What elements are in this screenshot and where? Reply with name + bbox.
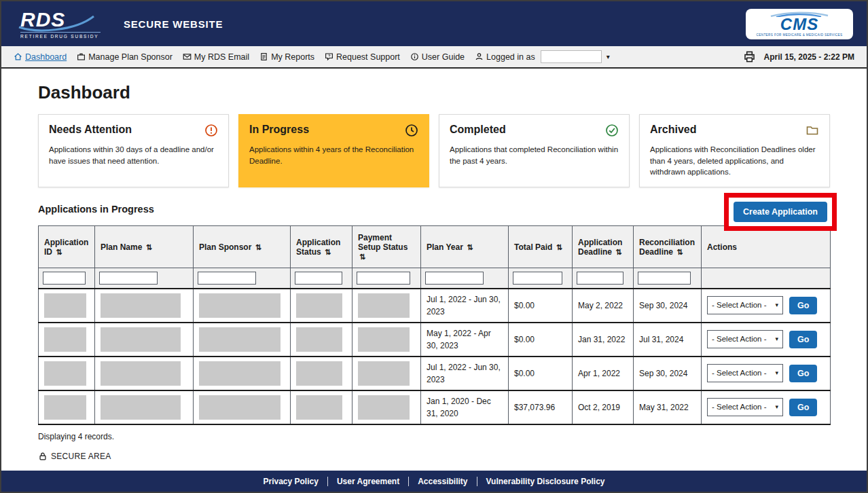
column-header-reconciliation-deadline[interactable]: Reconciliation Deadline ⇅	[634, 226, 702, 268]
column-header-plan-name[interactable]: Plan Name ⇅	[95, 226, 194, 268]
plan-year-cell: Jul 1, 2022 - Jun 30, 2023	[421, 289, 509, 323]
nav-item-manage-plan-sponsor[interactable]: Manage Plan Sponsor	[77, 52, 173, 62]
filter-reconciliation-deadline-input[interactable]	[638, 272, 691, 285]
nav-item-logged-in-as: Logged in as ▾	[475, 50, 610, 63]
secure-area-label: SECURE AREA	[51, 452, 111, 461]
reports-icon	[259, 52, 268, 61]
column-label: Plan Sponsor	[199, 242, 251, 252]
section-title: Applications in Progress	[38, 204, 154, 215]
actions-cell: - Select Action - ▾ Go	[707, 398, 825, 416]
column-header-payment-setup-status[interactable]: Payment Setup Status ⇅	[352, 226, 421, 268]
nav-item-dashboard[interactable]: Dashboard	[14, 52, 67, 62]
action-select-label: - Select Action -	[712, 401, 767, 413]
nav-item-request-support[interactable]: Request Support	[325, 52, 400, 62]
card-completed[interactable]: Completed Applications that completed Re…	[439, 114, 630, 187]
footer-link-privacy-policy[interactable]: Privacy Policy	[255, 477, 327, 486]
column-label: Payment Setup Status	[358, 233, 408, 252]
action-select[interactable]: - Select Action - ▾	[707, 330, 783, 348]
chevron-down-icon: ▾	[775, 335, 778, 344]
redacted-application-status	[296, 361, 342, 386]
redacted-plan-sponsor	[199, 327, 281, 352]
envelope-icon	[183, 52, 192, 61]
action-select[interactable]: - Select Action - ▾	[707, 296, 783, 314]
application-deadline-cell: Apr 1, 2022	[573, 357, 634, 390]
actions-cell: - Select Action - ▾ Go	[707, 296, 825, 314]
card-needs-attention[interactable]: Needs Attention Applications within 30 d…	[38, 114, 229, 187]
footer-link-accessibility[interactable]: Accessibility	[408, 477, 476, 486]
nav-item-my-rds-email[interactable]: My RDS Email	[183, 52, 249, 62]
column-header-application-status[interactable]: Application Status ⇅	[291, 226, 352, 268]
total-paid-cell: $0.00	[509, 289, 573, 323]
filter-plan-sponsor-input[interactable]	[198, 272, 256, 285]
redacted-application-status	[296, 293, 342, 318]
sort-icon: ⇅	[146, 243, 152, 251]
column-label: Total Paid	[514, 242, 552, 252]
support-icon	[325, 52, 333, 61]
redacted-plan-sponsor	[199, 361, 281, 386]
go-button[interactable]: Go	[789, 331, 817, 348]
filter-total-paid-input[interactable]	[513, 272, 562, 285]
print-icon[interactable]	[743, 50, 756, 63]
card-archived[interactable]: Archived Applications with Reconciliatio…	[639, 114, 830, 187]
redacted-payment-setup-status	[358, 293, 410, 318]
redacted-payment-setup-status	[358, 327, 410, 352]
go-button[interactable]: Go	[789, 365, 817, 382]
redacted-application-id	[44, 395, 86, 420]
person-icon	[475, 52, 484, 61]
logged-in-user-select[interactable]	[541, 50, 602, 63]
sort-icon: ⇅	[56, 248, 62, 256]
current-datetime: April 15, 2025 - 2:22 PM	[764, 52, 854, 62]
column-header-actions: Actions	[702, 226, 831, 268]
filter-application-deadline-input[interactable]	[577, 272, 623, 285]
column-header-total-paid[interactable]: Total Paid ⇅	[509, 226, 573, 268]
alert-icon	[204, 124, 218, 137]
total-paid-cell: $0.00	[509, 323, 573, 357]
filter-application-id-input[interactable]	[43, 272, 86, 285]
plan-sponsor-icon	[77, 52, 86, 61]
create-application-button[interactable]: Create Application	[734, 202, 827, 222]
column-label: Reconciliation Deadline	[639, 238, 695, 257]
cms-logo-text: CMS	[780, 17, 818, 32]
redacted-plan-name	[101, 293, 181, 318]
column-header-plan-sponsor[interactable]: Plan Sponsor ⇅	[194, 226, 291, 268]
card-description: Applications within 30 days of a deadlin…	[49, 144, 218, 166]
applications-table: Application ID ⇅ Plan Name ⇅ Plan Sponso…	[38, 225, 831, 425]
card-title: Completed	[450, 124, 506, 136]
sort-icon: ⇅	[615, 248, 621, 256]
nav-label: Logged in as	[486, 52, 535, 62]
redacted-application-id	[44, 361, 86, 386]
filter-plan-year-input[interactable]	[425, 272, 484, 285]
card-description: Applications that completed Reconciliati…	[450, 144, 619, 166]
filter-payment-setup-status-input[interactable]	[357, 272, 410, 285]
column-header-plan-year[interactable]: Plan Year ⇅	[421, 226, 509, 268]
reconciliation-deadline-cell: Jul 31, 2024	[634, 323, 702, 357]
action-select-label: - Select Action -	[712, 299, 767, 311]
nav-item-user-guide[interactable]: User Guide	[410, 52, 465, 62]
go-button[interactable]: Go	[789, 399, 817, 416]
table-filter-row	[39, 268, 831, 289]
table-row: Jul 1, 2022 - Jun 30, 2023 $0.00 May 2, …	[39, 289, 831, 323]
redacted-application-id	[44, 293, 86, 318]
application-deadline-cell: Oct 2, 2019	[573, 390, 634, 424]
column-header-application-id[interactable]: Application ID ⇅	[39, 226, 95, 268]
nav-label: Manage Plan Sponsor	[88, 52, 173, 62]
table-row: Jan 1, 2020 - Dec 31, 2020 $37,073.96 Oc…	[39, 390, 831, 424]
go-button[interactable]: Go	[789, 297, 817, 314]
nav-label: User Guide	[422, 52, 465, 62]
card-in-progress[interactable]: In Progress Applications within 4 years …	[238, 114, 429, 187]
action-select[interactable]: - Select Action - ▾	[707, 364, 783, 382]
footer-link-vulnerability-disclosure-policy[interactable]: Vulnerability Disclosure Policy	[477, 477, 614, 486]
check-circle-icon	[605, 124, 619, 137]
sort-icon: ⇅	[255, 243, 261, 251]
nav-item-my-reports[interactable]: My Reports	[259, 52, 314, 62]
filter-plan-name-input[interactable]	[99, 272, 158, 285]
redacted-plan-sponsor	[199, 293, 281, 318]
chevron-down-icon: ▾	[775, 403, 778, 412]
sort-icon: ⇅	[467, 243, 473, 251]
rds-secure-website-page: RDS RETIREE DRUG SUBSIDY SECURE WEBSITE …	[0, 0, 868, 493]
column-header-application-deadline[interactable]: Application Deadline ⇅	[573, 226, 634, 268]
filter-application-status-input[interactable]	[295, 272, 342, 285]
action-select[interactable]: - Select Action - ▾	[707, 398, 783, 416]
card-title: Archived	[650, 124, 696, 136]
footer-link-user-agreement[interactable]: User Agreement	[327, 477, 408, 486]
